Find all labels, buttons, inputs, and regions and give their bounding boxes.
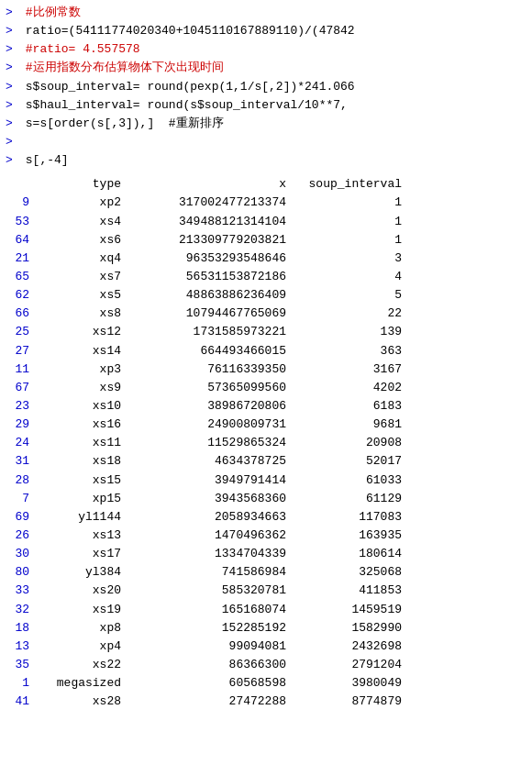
line-4: > #运用指数分布估算物体下次出现时间: [0, 59, 532, 77]
cell-type: xp2: [35, 194, 127, 212]
header-x: x: [127, 175, 292, 194]
cell-rownum: 9: [6, 194, 35, 212]
table-row: 64 xs6 213309779203821 1: [6, 231, 526, 249]
prompt: >: [6, 96, 18, 115]
cell-type: xs7: [35, 268, 127, 286]
cell-soup-interval: 61033: [292, 471, 402, 490]
cell-rownum: 13: [6, 637, 35, 656]
cell-soup-interval: 1: [292, 231, 402, 249]
cell-rownum: 69: [6, 508, 35, 527]
cell-soup-interval: 411853: [292, 582, 402, 600]
header-rownum: [6, 175, 35, 194]
cell-rownum: 33: [6, 582, 35, 600]
cell-soup-interval: 4: [292, 268, 402, 286]
cell-type: xs14: [35, 342, 127, 360]
cell-x: 213309779203821: [127, 231, 292, 249]
line-7: > s=s[order(s[,3]),] #重新排序: [0, 115, 532, 133]
cell-type: xs18: [35, 452, 127, 471]
cell-rownum: 62: [6, 286, 35, 305]
cell-type: xs16: [35, 416, 127, 434]
table-row: 18 xp8 152285192 1582990: [6, 619, 526, 637]
cell-rownum: 64: [6, 231, 35, 249]
line-8: >: [0, 133, 532, 151]
cell-type: xs15: [35, 471, 127, 490]
cell-x: 741586984: [127, 563, 292, 582]
cell-rownum: 28: [6, 471, 35, 490]
cell-soup-interval: 22: [292, 305, 402, 323]
cell-x: 3943568360: [127, 490, 292, 508]
code-text: s[,-4]: [18, 151, 69, 170]
prompt: >: [6, 22, 18, 40]
cell-rownum: 41: [6, 693, 35, 711]
cell-x: 1731585973221: [127, 323, 292, 341]
cell-type: xs22: [35, 656, 127, 674]
table-row: 31 xs18 4634378725 52017: [6, 452, 526, 471]
table-row: 26 xs13 1470496362 163935: [6, 527, 526, 545]
table-row: 23 xs10 38986720806 6183: [6, 397, 526, 416]
cell-soup-interval: 20908: [292, 434, 402, 452]
cell-rownum: 29: [6, 416, 35, 434]
cell-soup-interval: 3: [292, 249, 402, 268]
cell-soup-interval: 5: [292, 286, 402, 305]
cell-x: 57365099560: [127, 379, 292, 397]
cell-rownum: 32: [6, 601, 35, 619]
cell-rownum: 35: [6, 656, 35, 674]
cell-type: xs5: [35, 286, 127, 305]
cell-x: 1470496362: [127, 527, 292, 545]
line-6: > s$haul_interval= round(s$soup_interval…: [0, 96, 532, 115]
cell-x: 76116339350: [127, 360, 292, 379]
cell-type: xp15: [35, 490, 127, 508]
cell-rownum: 24: [6, 434, 35, 452]
cell-soup-interval: 325068: [292, 563, 402, 582]
cell-soup-interval: 2791204: [292, 656, 402, 674]
header-type: type: [35, 175, 127, 194]
cell-type: xs20: [35, 582, 127, 600]
cell-rownum: 30: [6, 545, 35, 563]
code-text: s=s[order(s[,3]),] #重新排序: [18, 115, 224, 133]
cell-x: 3949791414: [127, 471, 292, 490]
cell-type: xs11: [35, 434, 127, 452]
cell-type: xs8: [35, 305, 127, 323]
cell-type: xs9: [35, 379, 127, 397]
cell-rownum: 26: [6, 527, 35, 545]
cell-type: xs28: [35, 693, 127, 711]
table-row: 28 xs15 3949791414 61033: [6, 471, 526, 490]
table-row: 53 xs4 349488121314104 1: [6, 213, 526, 231]
cell-rownum: 53: [6, 213, 35, 231]
cell-rownum: 18: [6, 619, 35, 637]
cell-x: 349488121314104: [127, 213, 292, 231]
cell-x: 10794467765069: [127, 305, 292, 323]
line-2: > ratio=(54111774020340+1045110167889110…: [0, 22, 532, 40]
cell-rownum: 67: [6, 379, 35, 397]
table-row: 9 xp2 317002477213374 1: [6, 194, 526, 212]
cell-rownum: 25: [6, 323, 35, 341]
cell-soup-interval: 3980049: [292, 674, 402, 693]
code-text: s$soup_interval= round(pexp(1,1/s[,2])*2…: [18, 78, 355, 96]
cell-rownum: 1: [6, 674, 35, 693]
cell-soup-interval: 180614: [292, 545, 402, 563]
header-soup-interval: soup_interval: [292, 175, 402, 194]
table-row: 33 xs20 585320781 411853: [6, 582, 526, 600]
cell-rownum: 11: [6, 360, 35, 379]
table-row: 32 xs19 165168074 1459519: [6, 601, 526, 619]
cell-x: 1334704339: [127, 545, 292, 563]
table-row: 66 xs8 10794467765069 22: [6, 305, 526, 323]
code-text: ratio=(54111774020340+1045110167889110)/…: [18, 22, 355, 40]
cell-soup-interval: 363: [292, 342, 402, 360]
table-row: 67 xs9 57365099560 4202: [6, 379, 526, 397]
cell-type: xp8: [35, 619, 127, 637]
line-1: > #比例常数: [0, 4, 532, 22]
table-row: 7 xp15 3943568360 61129: [6, 490, 526, 508]
cell-soup-interval: 6183: [292, 397, 402, 416]
prompt: >: [6, 133, 18, 151]
table-row: 65 xs7 56531153872186 4: [6, 268, 526, 286]
code-text: #运用指数分布估算物体下次出现时间: [18, 59, 224, 77]
cell-x: 56531153872186: [127, 268, 292, 286]
cell-rownum: 80: [6, 563, 35, 582]
cell-rownum: 66: [6, 305, 35, 323]
console: > #比例常数 > ratio=(54111774020340+10451101…: [0, 0, 532, 173]
table-row: 25 xs12 1731585973221 139: [6, 323, 526, 341]
cell-x: 4634378725: [127, 452, 292, 471]
cell-type: xp3: [35, 360, 127, 379]
code-text: #ratio= 4.557578: [18, 40, 140, 59]
